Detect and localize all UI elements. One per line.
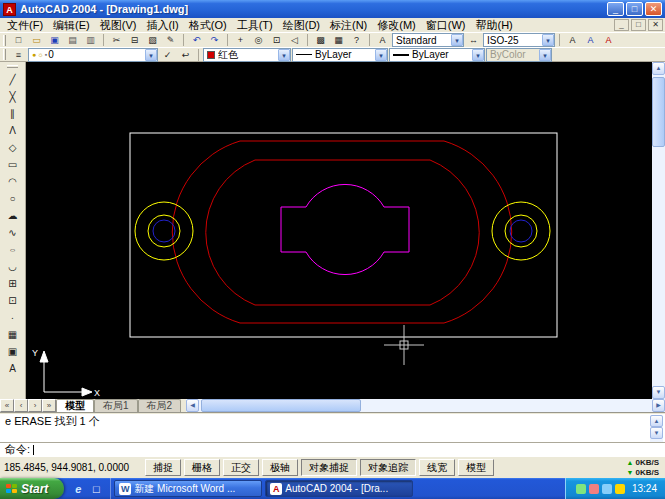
tab-layout1[interactable]: 布局1 bbox=[94, 399, 138, 412]
text-style-button[interactable]: A bbox=[374, 33, 391, 48]
coordinates-display[interactable]: 185.4845, 944.9081, 0.0000 bbox=[4, 462, 142, 473]
text-tool-button-1[interactable]: A bbox=[564, 33, 581, 48]
status-polar-button[interactable]: 极轴 bbox=[262, 459, 298, 476]
tray-icon-4[interactable] bbox=[615, 484, 625, 494]
mdi-restore-button[interactable]: □ bbox=[631, 19, 646, 31]
tab-last-button[interactable]: » bbox=[42, 399, 56, 412]
tray-icon-2[interactable] bbox=[589, 484, 599, 494]
tray-icon-1[interactable] bbox=[576, 484, 586, 494]
status-grid-button[interactable]: 栅格 bbox=[184, 459, 220, 476]
print-preview-button[interactable]: ▥ bbox=[82, 33, 99, 48]
toolbar-grip[interactable] bbox=[7, 65, 18, 68]
dim-style-button[interactable]: ↔ bbox=[465, 33, 482, 48]
menu-draw[interactable]: 绘图(D) bbox=[278, 18, 325, 32]
scroll-up-button[interactable]: ▲ bbox=[650, 415, 663, 427]
scroll-up-button[interactable]: ▲ bbox=[652, 62, 665, 75]
command-input[interactable]: 命令: bbox=[0, 442, 665, 456]
close-button[interactable]: ✕ bbox=[645, 2, 662, 16]
ellipse-button[interactable]: ○ bbox=[3, 241, 23, 257]
dropdown-arrow-icon[interactable]: ▾ bbox=[542, 34, 554, 46]
arc-button[interactable]: ◠ bbox=[3, 173, 23, 189]
revcloud-button[interactable]: ☁ bbox=[3, 207, 23, 223]
ie-icon[interactable]: e bbox=[71, 482, 85, 496]
drawing-canvas[interactable]: Y X bbox=[26, 62, 652, 399]
scroll-down-button[interactable]: ▼ bbox=[650, 427, 663, 439]
spline-button[interactable]: ∿ bbox=[3, 224, 23, 240]
text-tool-button-3[interactable]: A bbox=[600, 33, 617, 48]
vertical-scroll-track[interactable] bbox=[652, 147, 665, 386]
properties-button[interactable]: ▩ bbox=[312, 33, 329, 48]
open-button[interactable]: ▭ bbox=[28, 33, 45, 48]
toolbar-grip[interactable] bbox=[3, 35, 6, 46]
horizontal-scrollbar[interactable]: ◀ ▶ bbox=[186, 399, 665, 412]
dropdown-arrow-icon[interactable]: ▾ bbox=[375, 49, 387, 61]
scroll-left-button[interactable]: ◀ bbox=[186, 399, 199, 412]
construction-line-button[interactable]: ╳ bbox=[3, 88, 23, 104]
mdi-close-button[interactable]: ✕ bbox=[648, 19, 663, 31]
minimize-button[interactable]: _ bbox=[607, 2, 624, 16]
tab-model[interactable]: 模型 bbox=[56, 399, 94, 412]
layers-button[interactable]: ≡ bbox=[10, 47, 27, 62]
polyline-button[interactable]: Λ bbox=[3, 122, 23, 138]
multiline-button[interactable]: ∥ bbox=[3, 105, 23, 121]
dropdown-arrow-icon[interactable]: ▾ bbox=[472, 49, 484, 61]
make-object-layer-current-button[interactable]: ✓ bbox=[159, 47, 176, 62]
pan-button[interactable]: + bbox=[232, 33, 249, 48]
make-block-button[interactable]: ⊡ bbox=[3, 292, 23, 308]
redo-button[interactable]: ↷ bbox=[206, 33, 223, 48]
toolbar-grip[interactable] bbox=[3, 49, 6, 60]
menu-dimension[interactable]: 标注(N) bbox=[325, 18, 372, 32]
menu-window[interactable]: 窗口(W) bbox=[421, 18, 471, 32]
designcenter-button[interactable]: ▦ bbox=[330, 33, 347, 48]
region-button[interactable]: ▣ bbox=[3, 343, 23, 359]
menu-help[interactable]: 帮助(H) bbox=[471, 18, 518, 32]
color-select[interactable]: 红色 ▾ bbox=[203, 48, 291, 62]
insert-block-button[interactable]: ⊞ bbox=[3, 275, 23, 291]
line-button[interactable]: ╱ bbox=[3, 71, 23, 87]
vertical-scrollbar[interactable]: ▲ ▼ bbox=[652, 62, 665, 399]
status-snap-button[interactable]: 捕捉 bbox=[145, 459, 181, 476]
status-ortho-button[interactable]: 正交 bbox=[223, 459, 259, 476]
tab-layout2[interactable]: 布局2 bbox=[138, 399, 182, 412]
circle-button[interactable]: ○ bbox=[3, 190, 23, 206]
new-button[interactable]: □ bbox=[10, 33, 27, 48]
status-osnap-button[interactable]: 对象捕捉 bbox=[301, 459, 357, 476]
zoom-button[interactable]: ◎ bbox=[250, 33, 267, 48]
menu-format[interactable]: 格式(O) bbox=[184, 18, 232, 32]
menu-edit[interactable]: 编辑(E) bbox=[48, 18, 95, 32]
menu-view[interactable]: 视图(V) bbox=[95, 18, 142, 32]
horizontal-scroll-thumb[interactable] bbox=[201, 399, 361, 412]
mtext-button[interactable]: A bbox=[3, 360, 23, 376]
taskbar-clock[interactable]: 13:24 bbox=[632, 483, 657, 494]
dropdown-arrow-icon[interactable]: ▾ bbox=[145, 49, 157, 61]
status-otrack-button[interactable]: 对象追踪 bbox=[360, 459, 416, 476]
dim-style-select[interactable]: ISO-25 ▾ bbox=[483, 33, 555, 47]
polygon-button[interactable]: ◇ bbox=[3, 139, 23, 155]
status-lineweight-button[interactable]: 线宽 bbox=[419, 459, 455, 476]
point-button[interactable]: ∙ bbox=[3, 309, 23, 325]
zoom-previous-button[interactable]: ◁ bbox=[286, 33, 303, 48]
scroll-down-button[interactable]: ▼ bbox=[652, 386, 665, 399]
dropdown-arrow-icon[interactable]: ▾ bbox=[278, 49, 290, 61]
copy-button[interactable]: ⊟ bbox=[126, 33, 143, 48]
match-properties-button[interactable]: ✎ bbox=[162, 33, 179, 48]
command-history[interactable]: e ERASE 找到 1 个 bbox=[2, 415, 649, 441]
save-button[interactable]: ▣ bbox=[46, 33, 63, 48]
undo-button[interactable]: ↶ bbox=[188, 33, 205, 48]
mdi-minimize-button[interactable]: _ bbox=[614, 19, 629, 31]
layer-select[interactable]: ● ☼ ▪ 0 ▾ bbox=[28, 48, 158, 62]
maximize-button[interactable]: □ bbox=[626, 2, 643, 16]
taskbar-item-autocad[interactable]: A AutoCAD 2004 - [Dra... bbox=[265, 480, 413, 497]
zoom-window-button[interactable]: ⊡ bbox=[268, 33, 285, 48]
menu-modify[interactable]: 修改(M) bbox=[372, 18, 421, 32]
linetype-select[interactable]: ByLayer ▾ bbox=[292, 48, 388, 62]
tab-first-button[interactable]: « bbox=[0, 399, 14, 412]
taskbar-item-word[interactable]: W 新建 Microsoft Word ... bbox=[114, 480, 262, 497]
ellipse-arc-button[interactable]: ◡ bbox=[3, 258, 23, 274]
tray-icon-3[interactable] bbox=[602, 484, 612, 494]
vertical-scroll-thumb[interactable] bbox=[652, 77, 665, 147]
lineweight-select[interactable]: ByLayer ▾ bbox=[389, 48, 485, 62]
paste-button[interactable]: ▧ bbox=[144, 33, 161, 48]
scroll-right-button[interactable]: ▶ bbox=[652, 399, 665, 412]
command-scrollbar[interactable]: ▲ ▼ bbox=[650, 415, 663, 442]
